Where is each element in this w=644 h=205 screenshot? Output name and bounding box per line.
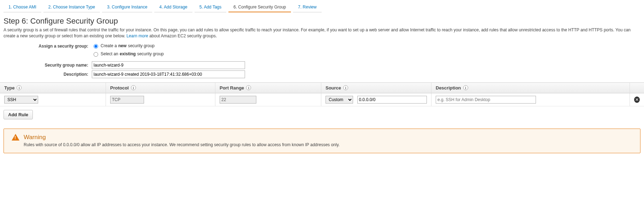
- radio-select-existing[interactable]: Select an existing security group: [92, 51, 164, 57]
- col-desc-label: Description: [436, 85, 461, 91]
- sg-desc-label: Description:: [0, 72, 92, 77]
- remove-rule-icon[interactable]: ✕: [634, 97, 640, 103]
- radio-select-existing-input[interactable]: [94, 52, 98, 57]
- rule-row: SSH Custom ✕: [0, 93, 644, 106]
- page-intro: A security group is a set of firewall ru…: [4, 27, 640, 39]
- rule-protocol-input: [110, 96, 144, 104]
- warning-title: Warning: [24, 134, 634, 141]
- info-icon[interactable]: i: [343, 85, 348, 90]
- sg-name-input[interactable]: [92, 61, 245, 69]
- tab-configure-instance[interactable]: 3. Configure Instance: [102, 2, 152, 12]
- sg-desc-input[interactable]: [92, 70, 245, 78]
- info-icon[interactable]: i: [17, 85, 22, 90]
- rule-type-select[interactable]: SSH: [4, 96, 38, 104]
- info-icon[interactable]: i: [131, 85, 136, 90]
- intro-text-a: A security group is a set of firewall ru…: [4, 27, 631, 38]
- radio-select-text-b: existing: [120, 51, 136, 56]
- col-type-label: Type: [4, 85, 14, 91]
- warning-icon: [12, 134, 19, 141]
- warning-text: Rules with source of 0.0.0.0/0 allow all…: [24, 142, 634, 147]
- radio-create-text-a: Create a: [101, 43, 117, 48]
- tab-choose-instance-type[interactable]: 2. Choose Instance Type: [43, 2, 100, 12]
- tab-add-storage[interactable]: 4. Add Storage: [154, 2, 192, 12]
- rules-header: Typei Protocoli Port Rangei Sourcei Desc…: [0, 82, 644, 93]
- rules-table: Typei Protocoli Port Rangei Sourcei Desc…: [0, 82, 644, 106]
- warning-box: Warning Rules with source of 0.0.0.0/0 a…: [4, 129, 640, 153]
- learn-more-link[interactable]: Learn more: [126, 33, 148, 38]
- info-icon[interactable]: i: [463, 85, 468, 90]
- tab-configure-security-group[interactable]: 6. Configure Security Group: [228, 2, 291, 12]
- add-rule-button[interactable]: Add Rule: [4, 110, 33, 119]
- assign-sg-label: Assign a security group:: [0, 44, 92, 49]
- radio-create-text-c: security group: [128, 43, 154, 48]
- col-port-label: Port Range: [220, 85, 244, 91]
- tab-add-tags[interactable]: 5. Add Tags: [195, 2, 227, 12]
- rule-source-select[interactable]: Custom: [326, 96, 353, 104]
- rule-source-cidr-input[interactable]: [357, 96, 427, 104]
- col-source-label: Source: [326, 85, 341, 91]
- intro-text-b: about Amazon EC2 security groups.: [149, 33, 217, 38]
- rule-port-input: [220, 96, 256, 104]
- sg-name-label: Security group name:: [0, 63, 92, 68]
- tab-review[interactable]: 7. Review: [293, 2, 322, 12]
- tab-choose-ami[interactable]: 1. Choose AMI: [4, 2, 41, 12]
- rule-desc-input[interactable]: [436, 96, 536, 104]
- info-icon[interactable]: i: [246, 85, 251, 90]
- radio-select-text-a: Select an: [101, 51, 118, 56]
- radio-create-text-b: new: [118, 43, 126, 48]
- col-protocol-label: Protocol: [110, 85, 129, 91]
- wizard-tabs: 1. Choose AMI 2. Choose Instance Type 3.…: [0, 0, 644, 12]
- radio-select-text-c: security group: [137, 51, 163, 56]
- radio-create-new[interactable]: Create a new security group: [92, 43, 155, 49]
- radio-create-new-input[interactable]: [94, 44, 98, 49]
- page-title: Step 6: Configure Security Group: [4, 17, 640, 26]
